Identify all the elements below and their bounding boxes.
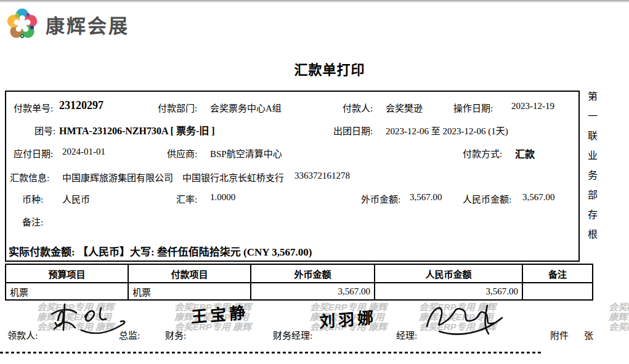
remit-account: 336372161278 xyxy=(294,171,350,181)
attachment-label: 附件 xyxy=(550,328,569,341)
payment-table-header-cell: 人民币金额 xyxy=(375,264,522,283)
foreign-amount-value: 3,567.00 xyxy=(410,192,442,203)
due-date-value: 2024-01-01 xyxy=(62,147,105,157)
director-label: 总监: xyxy=(119,328,140,341)
group-no-label: 团号: xyxy=(34,124,55,137)
remark-label: 备注: xyxy=(22,215,43,228)
cny-amount-label: 人民币金额: xyxy=(463,192,511,205)
page-title: 汇款单打印 xyxy=(294,59,365,78)
payer-label: 付款人: xyxy=(343,101,373,114)
payment-table-cell: 3,567.00 xyxy=(251,283,375,300)
remittance-print-page: 康辉会展 汇款单打印 第一联业务部存根 付款单号: 23120297 付款部门:… xyxy=(0,0,629,364)
payee-label: 领款人: xyxy=(7,328,38,341)
payment-no-value: 23120297 xyxy=(59,99,103,112)
payment-table-header-row: 预算项目付款项目外币金额人民币金额备注 xyxy=(6,264,593,283)
window-top-border xyxy=(0,0,629,3)
tour-date-value: 2023-12-06 至 2023-12-06 (1天) xyxy=(386,124,508,137)
pay-method-label: 付款方式: xyxy=(463,147,502,160)
actual-amount-label: 实际付款金额: xyxy=(9,246,75,258)
finance-manager-label: 财务经理: xyxy=(273,328,312,341)
manager-label: 经理: xyxy=(396,328,417,341)
kanghui-flower-logo-icon xyxy=(5,6,39,42)
payment-table-body: 机票机票3,567.003,567.00 xyxy=(6,283,593,300)
currency-label: 币种: xyxy=(22,192,43,205)
remit-bank: 中国银行北京长虹桥支行 xyxy=(182,171,284,184)
payment-table-header-cell: 备注 xyxy=(522,264,593,283)
payment-table-cell: 机票 xyxy=(6,283,128,300)
due-date-label: 应付日期: xyxy=(14,147,53,160)
brand-name: 康辉会展 xyxy=(46,10,129,38)
payment-no-label: 付款单号: xyxy=(14,101,53,114)
payer-value: 会奖樊逊 xyxy=(386,101,423,114)
rate-label: 汇率: xyxy=(176,192,197,205)
payment-table-header-cell: 付款项目 xyxy=(128,264,251,283)
payment-table-header-cell: 预算项目 xyxy=(6,264,128,283)
payment-table-cell xyxy=(522,283,593,300)
attachment-unit: 张 xyxy=(584,328,593,341)
payment-table-row: 机票机票3,567.003,567.00 xyxy=(6,283,593,300)
group-no-value: HMTA-231206-NZH730A [ 票务-旧 ] xyxy=(59,123,215,137)
pay-dept-label: 付款部门: xyxy=(158,101,197,114)
actual-amount-line: 实际付款金额: 【人民币】大写: 叁仟伍佰陆拾柒元 (CNY 3,567.00) xyxy=(9,243,312,259)
supplier-label: 供应商: xyxy=(167,147,197,160)
payment-info-box: 付款单号: 23120297 付款部门: 会奖票务中心A组 付款人: 会奖樊逊 … xyxy=(5,91,580,262)
erp-watermark: 会奖ERP专用 康辉康辉会奖ERP专用会奖ERP专用 康辉 xyxy=(609,302,629,333)
op-date-value: 2023-12-19 xyxy=(511,101,554,111)
currency-value: 人民币 xyxy=(62,192,90,205)
remit-company: 中国康辉旅游集团有限公司 xyxy=(62,171,173,184)
pay-dept-value: 会奖票务中心A组 xyxy=(210,101,282,114)
pay-method-value: 汇款 xyxy=(515,146,535,161)
remit-info-label: 汇款信息: xyxy=(10,171,49,184)
payment-table-header-cell: 外币金额 xyxy=(251,264,375,283)
cut-dashed-line xyxy=(0,352,542,354)
supplier-value: BSP航空清算中心 xyxy=(210,147,282,160)
op-date-label: 操作日期: xyxy=(453,101,493,114)
actual-amount-text: 【人民币】大写: 叁仟伍佰陆拾柒元 (CNY 3,567.00) xyxy=(78,246,312,258)
brand-header: 康辉会展 xyxy=(5,6,129,42)
cny-amount-value: 3,567.00 xyxy=(522,192,555,203)
payment-table-cell: 机票 xyxy=(128,283,251,300)
payment-table-cell: 3,567.00 xyxy=(375,283,522,300)
finance-label: 财务: xyxy=(165,328,186,341)
manager-signature xyxy=(421,299,507,339)
foreign-amount-label: 外币金额: xyxy=(361,192,400,205)
payment-items-table: 预算项目付款项目外币金额人民币金额备注 机票机票3,567.003,567.00 xyxy=(5,264,593,301)
rate-value: 1.0000 xyxy=(210,192,235,203)
tour-date-label: 出团日期: xyxy=(333,124,373,137)
copy-side-note: 第一联业务部存根 xyxy=(584,91,599,249)
